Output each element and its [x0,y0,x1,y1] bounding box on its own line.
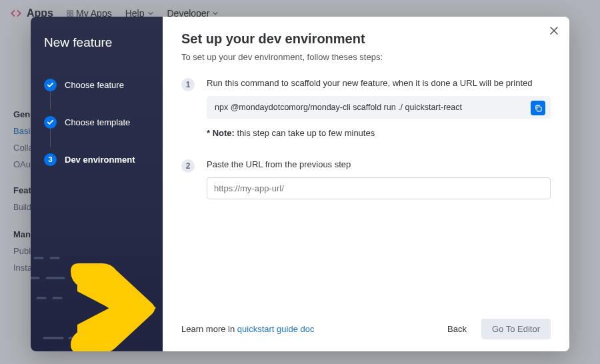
back-button[interactable]: Back [437,319,477,339]
copy-command-button[interactable] [531,101,545,115]
new-feature-modal: New feature Choose feature Choose templa… [31,17,569,351]
svg-rect-0 [67,11,69,13]
svg-rect-12 [537,107,541,111]
svg-rect-2 [67,14,69,16]
modal-sidebar: New feature Choose feature Choose templa… [31,17,163,351]
sidebar-art-chevron [31,225,164,351]
step2-text: Paste the URL from the previous step [207,159,551,169]
page-subtitle: To set up your dev environment, follow t… [181,52,551,62]
copy-icon [534,104,543,113]
close-button[interactable] [548,25,560,37]
scaffold-command-box: npx @mondaydotcomorg/monday-cli scaffold… [207,96,551,119]
modal-footer: Learn more in quickstart guide doc Back … [181,319,551,339]
step1-note: * Note: this step can take up to few min… [207,128,551,138]
app-url-input[interactable] [207,177,551,199]
go-to-editor-button[interactable]: Go To Editor [481,319,551,339]
quickstart-link[interactable]: quickstart guide doc [237,324,315,334]
instruction-step-1: 1 Run this command to scaffold your new … [181,78,551,151]
step1-text: Run this command to scaffold your new fe… [207,78,551,88]
step-label: Choose feature [65,80,124,90]
check-icon [44,116,57,129]
grid-icon [67,10,73,17]
svg-rect-3 [71,14,73,16]
learn-more: Learn more in quickstart guide doc [181,324,314,334]
code-icon [9,7,23,20]
step-choose-template[interactable]: Choose template [44,111,149,133]
step-number-badge: 3 [44,153,57,166]
chevron-down-icon [212,10,219,17]
instruction-step-2: 2 Paste the URL from the previous step [181,159,551,199]
chevron-down-icon [147,10,154,17]
check-icon [44,79,57,91]
step-dev-environment[interactable]: 3 Dev environment [44,149,149,170]
page-title: Set up your dev environment [181,31,551,47]
svg-rect-1 [71,11,73,13]
step-choose-feature[interactable]: Choose feature [44,74,149,95]
modal-main: Set up your dev environment To set up yo… [163,17,569,351]
sidebar-title: New feature [44,35,149,50]
step-number: 2 [181,159,195,173]
step-label: Choose template [65,117,130,127]
scaffold-command: npx @mondaydotcomorg/monday-cli scaffold… [215,103,462,112]
step-number: 1 [181,78,195,91]
step-label: Dev environment [65,155,135,165]
close-icon [548,25,560,37]
